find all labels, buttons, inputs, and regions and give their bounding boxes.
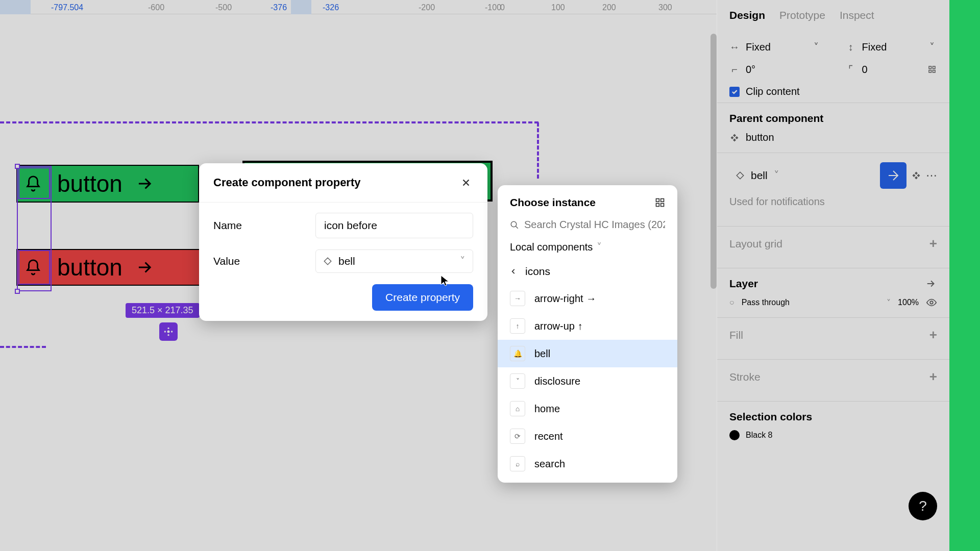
picker-back-button[interactable]: icons [498,258,677,285]
picker-title: Choose instance [510,196,596,209]
ruler-tick: -376 [271,3,287,12]
chevron-down-icon: ˅ [597,241,602,253]
resize-handle[interactable] [15,164,20,169]
instance-icon [323,257,332,266]
instance-option-label: bell [534,348,550,360]
ruler-tick: -326 [323,3,339,12]
ruler-tick: -200 [419,3,435,12]
svg-rect-10 [656,199,659,202]
svg-rect-12 [656,204,659,207]
recent-icon: ⟳ [510,429,525,444]
ruler-tick: 300 [658,3,672,12]
home-icon: ⌂ [510,401,525,416]
scrollbar-vertical[interactable] [710,34,717,289]
variant-frame-bottom [0,346,46,348]
svg-point-14 [511,221,517,227]
arrow-right-icon [135,174,154,193]
search-icon [510,220,519,230]
instance-option-recent[interactable]: ⟳recent [498,422,677,450]
svg-point-2 [167,334,169,336]
svg-rect-11 [661,199,664,202]
svg-point-1 [167,328,169,329]
variant-frame-top [0,121,538,123]
add-variant-icon[interactable] [159,322,178,341]
instance-option-label: search [534,458,565,470]
instance-option-arrow-right[interactable]: →arrow-right → [498,285,677,312]
instance-option-label: arrow-right → [534,293,596,305]
arrow-right-icon: → [510,291,525,306]
bell-icon: 🔔 [510,346,525,361]
instance-list: →arrow-right →↑arrow-up ↑🔔bell˅disclosur… [498,285,677,478]
properties-panel: Design Prototype Inspect ↔ Fixed ˅ ↕ Fix… [717,0,949,551]
svg-rect-13 [661,204,664,207]
ruler-horizontal: -797.504-600-500-376-326-200-10001002003… [0,0,717,14]
property-name-input[interactable]: icon before [315,213,473,238]
button-label: button [57,254,122,281]
arrow-right-icon [135,258,154,277]
dimension-badge: 521.5 × 217.35 [126,303,200,318]
ruler-tick: -797.504 [51,3,83,12]
create-property-modal: Create component property Name icon befo… [199,163,487,321]
instance-option-disclosure[interactable]: ˅disclosure [498,367,677,395]
browser-edge-highlight [949,0,980,551]
chevron-down-icon: ˅ [460,255,465,267]
bounding-box [17,166,52,291]
instance-option-search[interactable]: ⌕search [498,450,677,478]
mouse-cursor [440,274,450,287]
instance-picker: Choose instance Local components ˅ icons… [498,185,677,483]
disclosure-icon: ˅ [510,373,525,389]
ruler-tick: -100 [485,3,501,12]
instance-option-label: recent [534,431,563,442]
search-icon: ⌕ [510,456,525,471]
instance-search-input[interactable] [524,219,665,231]
name-label: Name [213,219,315,232]
create-property-button[interactable]: Create property [372,284,473,311]
svg-point-3 [164,331,166,332]
modal-title: Create component property [213,176,361,189]
value-label: Value [213,255,315,267]
instance-option-arrow-up[interactable]: ↑arrow-up ↑ [498,312,677,340]
svg-point-4 [171,331,173,332]
instance-option-label: arrow-up ↑ [534,320,582,332]
ruler-tick: 0 [500,3,505,12]
close-icon[interactable] [459,176,473,190]
instance-option-label: home [534,403,560,415]
instance-option-label: disclosure [534,375,580,387]
ruler-tick: -500 [215,3,232,12]
ruler-tick: 200 [602,3,616,12]
chevron-left-icon [510,268,517,275]
instance-option-home[interactable]: ⌂home [498,395,677,422]
grid-view-icon[interactable] [655,197,665,208]
ruler-tick: -600 [148,3,164,12]
arrow-up-icon: ↑ [510,318,525,334]
svg-point-0 [167,331,170,333]
scope-select[interactable]: Local components ˅ [498,236,677,258]
instance-option-bell[interactable]: 🔔bell [498,340,677,367]
ruler-tick: 100 [551,3,565,12]
variant-frame-right [537,122,539,179]
button-label: button [57,170,122,197]
resize-handle[interactable] [15,289,20,294]
default-value-select[interactable]: bell ˅ [315,249,473,273]
